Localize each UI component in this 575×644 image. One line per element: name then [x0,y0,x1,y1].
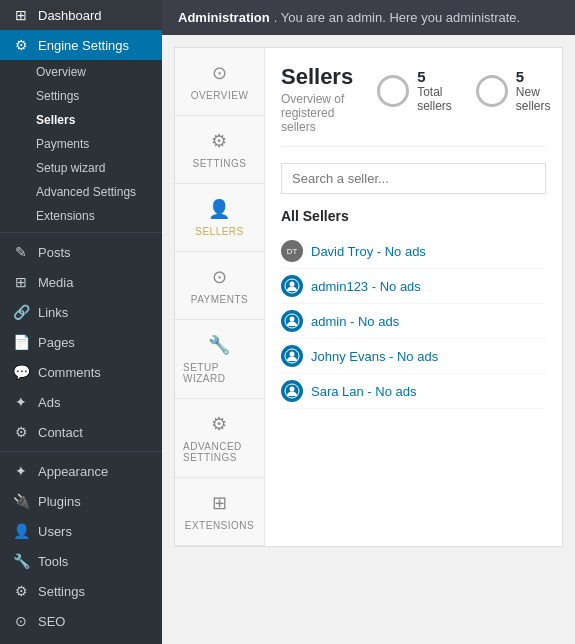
settings-label: Settings [38,584,85,599]
left-nav-settings[interactable]: ⚙ SETTINGS [175,116,264,184]
sidebar-item-comments[interactable]: 💬 Comments [0,357,162,387]
stat-total-info: 5 Total sellers [417,68,452,113]
sellers-list-title: All Sellers [281,208,546,224]
sidebar-item-plugins[interactable]: 🔌 Plugins [0,486,162,516]
list-item: Johny Evans - No ads [281,339,546,374]
links-label: Links [38,305,68,320]
avatar [281,380,303,402]
plugins-label: Plugins [38,494,81,509]
setup-wizard-nav-icon: 🔧 [208,334,231,356]
right-panel: Sellers Overview of registered sellers 5… [265,48,562,546]
sub-settings[interactable]: Settings [0,84,162,108]
stat-new-sellers: 5 New sellers [476,68,551,113]
sidebar-item-appearance[interactable]: ✦ Appearance [0,456,162,486]
setup-wizard-nav-label: SETUP WIZARD [183,362,256,384]
left-nav-sellers[interactable]: 👤 SELLERS [175,184,264,252]
payments-nav-label: PAYMENTS [191,294,249,305]
list-item: Sara Lan - No ads [281,374,546,409]
sub-sellers[interactable]: Sellers [0,108,162,132]
seo-icon: ⊙ [12,613,30,629]
left-nav-panel: ⊙ OVERVIEW ⚙ SETTINGS 👤 SELLERS ⊙ PAYMEN… [175,48,265,546]
dashboard-icon: ⊞ [12,7,30,23]
sidebar-item-users[interactable]: 👤 Users [0,516,162,546]
user-circle-icon [284,383,300,399]
extensions-nav-icon: ⊞ [212,492,228,514]
seller-link-admin[interactable]: admin - No ads [311,314,399,329]
left-nav-payments[interactable]: ⊙ PAYMENTS [175,252,264,320]
sidebar-item-pages[interactable]: 📄 Pages [0,327,162,357]
search-input[interactable] [281,163,546,194]
stat-total-sellers: 5 Total sellers [377,68,452,113]
stat-new-info: 5 New sellers [516,68,551,113]
appearance-label: Appearance [38,464,108,479]
advanced-settings-nav-icon: ⚙ [211,413,228,435]
users-icon: 👤 [12,523,30,539]
engine-settings-icon: ⚙ [12,37,30,53]
media-label: Media [38,275,73,290]
seller-link-johny[interactable]: Johny Evans - No ads [311,349,438,364]
sidebar-item-tools[interactable]: 🔧 Tools [0,546,162,576]
left-nav-advanced-settings[interactable]: ⚙ ADVANCED SETTINGS [175,399,264,478]
sidebar-item-media[interactable]: ⊞ Media [0,267,162,297]
sub-advanced-settings[interactable]: Advanced Settings [0,180,162,204]
sidebar-item-settings[interactable]: ⚙ Settings [0,576,162,606]
sub-extensions[interactable]: Extensions [0,204,162,228]
sellers-nav-icon: 👤 [208,198,231,220]
admin-bar-message: . You are an admin. Here you administrat… [274,10,520,25]
appearance-icon: ✦ [12,463,30,479]
svg-point-7 [290,387,295,392]
svg-point-5 [290,352,295,357]
left-nav-setup-wizard[interactable]: 🔧 SETUP WIZARD [175,320,264,399]
seller-link-sara[interactable]: Sara Lan - No ads [311,384,417,399]
overview-nav-label: OVERVIEW [191,90,249,101]
tools-label: Tools [38,554,68,569]
svg-point-3 [290,317,295,322]
sidebar-item-contact[interactable]: ⚙ Contact [0,417,162,447]
list-item: DT David Troy - No ads [281,234,546,269]
comments-label: Comments [38,365,101,380]
users-label: Users [38,524,72,539]
sidebar-item-posts[interactable]: ✎ Posts [0,237,162,267]
sidebar-item-engine-settings[interactable]: ⚙ Engine Settings [0,30,162,60]
sidebar-item-ads[interactable]: ✦ Ads [0,387,162,417]
stat-total-label: Total sellers [417,85,452,113]
sidebar-engine-settings-label: Engine Settings [38,38,129,53]
sidebar-item-links[interactable]: 🔗 Links [0,297,162,327]
posts-label: Posts [38,245,71,260]
contact-icon: ⚙ [12,424,30,440]
stat-total-number: 5 [417,68,452,85]
avatar [281,275,303,297]
sub-overview[interactable]: Overview [0,60,162,84]
ads-label: Ads [38,395,60,410]
user-circle-icon [284,278,300,294]
sub-payments[interactable]: Payments [0,132,162,156]
sellers-title-block: Sellers Overview of registered sellers [281,64,353,134]
user-circle-icon [284,313,300,329]
list-item: admin - No ads [281,304,546,339]
sellers-title: Sellers [281,64,353,90]
left-nav-extensions[interactable]: ⊞ EXTENSIONS [175,478,264,546]
sellers-nav-label: SELLERS [195,226,244,237]
stat-new-number: 5 [516,68,551,85]
user-circle-icon [284,348,300,364]
pages-icon: 📄 [12,334,30,350]
sidebar-collapse[interactable]: ◀ Collapse menu [0,636,162,644]
stat-total-circle [377,75,409,107]
sellers-stats: 5 Total sellers 5 New sellers [377,68,550,113]
seller-link-admin123[interactable]: admin123 - No ads [311,279,421,294]
sidebar-item-seo[interactable]: ⊙ SEO [0,606,162,636]
sidebar-item-dashboard[interactable]: ⊞ Dashboard [0,0,162,30]
list-item: admin123 - No ads [281,269,546,304]
payments-nav-icon: ⊙ [212,266,228,288]
extensions-nav-label: EXTENSIONS [185,520,254,531]
sub-setup-wizard[interactable]: Setup wizard [0,156,162,180]
left-nav-overview[interactable]: ⊙ OVERVIEW [175,48,264,116]
seller-link-david[interactable]: David Troy - No ads [311,244,426,259]
avatar [281,345,303,367]
stat-new-label: New sellers [516,85,551,113]
main-content: Administration . You are an admin. Here … [162,0,575,644]
admin-bar-title: Administration [178,10,270,25]
advanced-settings-nav-label: ADVANCED SETTINGS [183,441,256,463]
tools-icon: 🔧 [12,553,30,569]
media-icon: ⊞ [12,274,30,290]
